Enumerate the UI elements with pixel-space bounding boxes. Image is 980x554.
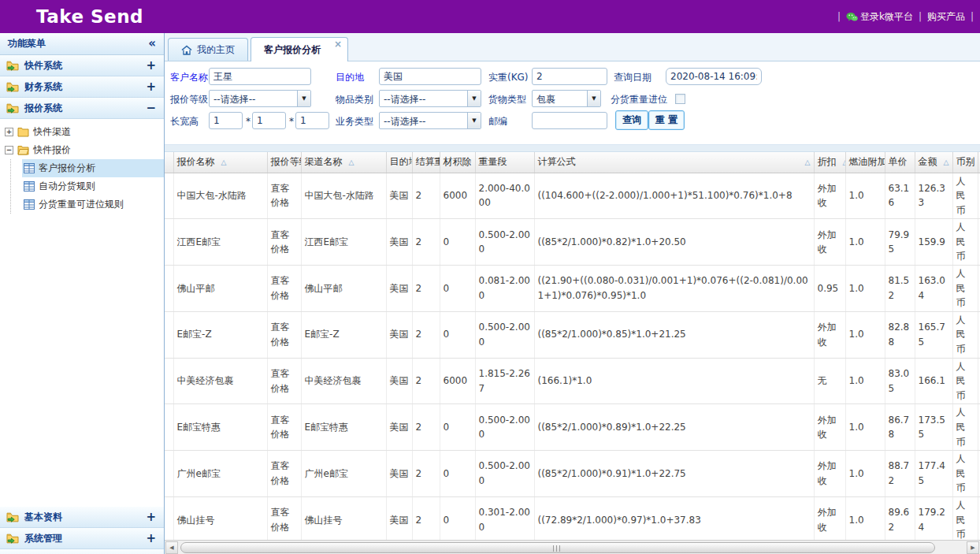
cell-row-selector: [165, 358, 173, 404]
sidebar-item-system-management[interactable]: 系统管理 +: [0, 528, 164, 549]
sidebar-item-label: 报价系统: [24, 102, 62, 115]
cell-channel-name[interactable]: 佛山挂号: [301, 496, 386, 540]
sidebar-item-express-system[interactable]: 快件系统 +: [0, 55, 164, 76]
item-category-label: 物品类别: [336, 91, 373, 108]
cell-discount: 无: [814, 358, 845, 404]
tree-leaf-customer-quote-analysis[interactable]: 客户报价分析: [22, 159, 164, 177]
brand-logo: Take Send: [36, 6, 143, 27]
horizontal-scrollbar[interactable]: ◀ ▶: [165, 540, 980, 554]
cell-channel-name[interactable]: 广州e邮宝: [301, 451, 386, 497]
sidebar-item-basic-data[interactable]: 基本资料 +: [0, 507, 164, 528]
expand-plus-icon[interactable]: +: [146, 81, 156, 93]
column-header-weight-range[interactable]: 重量段: [475, 152, 534, 173]
header-row: 报价名称△报价等级渠道名称△目的地结算重量材积除重量段计算公式△折扣△燃油附加单…: [165, 152, 980, 173]
wechat-icon: [846, 12, 858, 22]
sidebar-item-quote-system[interactable]: 报价系统 −: [0, 98, 164, 119]
column-header-quote-grade[interactable]: 报价等级: [267, 152, 301, 173]
actual-weight-input[interactable]: [532, 68, 607, 85]
length-input[interactable]: [209, 112, 243, 129]
expand-plus-icon[interactable]: +: [146, 511, 156, 523]
height-input[interactable]: [295, 112, 329, 129]
sort-triangle-icon[interactable]: △: [349, 158, 355, 166]
column-header-discount[interactable]: 折扣△: [814, 152, 845, 173]
dropdown-arrow-icon[interactable]: ▼: [467, 91, 481, 106]
column-header-destination[interactable]: 目的地: [386, 152, 412, 173]
weight-carry-checkbox[interactable]: [675, 94, 685, 104]
table-row[interactable]: 江西E邮宝直客价格江西E邮宝美国200.500-2.000((85*2/1.00…: [165, 219, 980, 266]
cell-formula: (166.1)*1.0: [534, 358, 814, 404]
item-category-select[interactable]: --请选择-- ▼: [379, 90, 481, 107]
table-row[interactable]: 中国大包-水陆路直客价格中国大包-水陆路美国260002.000-40.000(…: [165, 173, 980, 219]
dropdown-arrow-icon[interactable]: ▼: [587, 91, 600, 106]
quote-grade-select[interactable]: --请选择-- ▼: [209, 90, 311, 107]
table-row[interactable]: 广州e邮宝直客价格广州e邮宝美国200.500-2.000((85*2/1.00…: [165, 451, 980, 497]
scrollbar-thumb[interactable]: [180, 542, 935, 553]
column-header-formula[interactable]: 计算公式△: [534, 152, 814, 173]
dropdown-arrow-icon[interactable]: ▼: [467, 113, 481, 128]
buy-product-link[interactable]: 购买产品: [927, 10, 965, 24]
width-input[interactable]: [252, 112, 286, 129]
column-header-settle-weight[interactable]: 结算重量: [412, 152, 440, 173]
column-header-quote-name[interactable]: 报价名称△: [173, 152, 267, 173]
tree-leaf-weight-carry-rule[interactable]: 分货重量可进位规则: [22, 195, 164, 214]
scroll-left-arrow-icon[interactable]: ◀: [165, 541, 178, 554]
tree-leaf-auto-sorting-rule[interactable]: 自动分货规则: [22, 177, 164, 195]
column-header-amount[interactable]: 金额△: [915, 152, 952, 173]
postcode-input[interactable]: [532, 112, 607, 129]
destination-input[interactable]: [379, 68, 481, 85]
tree-node-express-quote[interactable]: − 快件报价: [5, 141, 164, 159]
sort-triangle-icon[interactable]: △: [843, 158, 846, 166]
login-kwei-link[interactable]: 登录k微平台: [846, 10, 913, 24]
sidebar-item-clipped[interactable]: [0, 549, 164, 554]
dropdown-arrow-icon[interactable]: ▼: [297, 91, 310, 106]
quote-grade-label: 报价等级: [170, 91, 208, 108]
main-content: 我的主页 客户报价分析 × 客户名称 目的地 实重(KG) 查询日期 报价等级 …: [165, 33, 980, 554]
cell-row-selector: [165, 496, 173, 540]
column-header-volume-divisor[interactable]: 材积除: [440, 152, 475, 173]
query-button[interactable]: 查询: [615, 110, 648, 130]
cell-destination: 美国: [386, 358, 412, 404]
cell-quote-name: 广州e邮宝: [173, 451, 267, 497]
sort-triangle-icon[interactable]: △: [221, 158, 227, 166]
cell-channel-name[interactable]: 佛山平邮: [301, 266, 386, 312]
collapse-sidebar-icon[interactable]: «: [148, 38, 156, 50]
cell-volume-divisor: 0: [440, 266, 475, 312]
cell-amount: 173.55: [915, 404, 952, 451]
tab-my-homepage[interactable]: 我的主页: [168, 38, 248, 61]
business-type-select[interactable]: --请选择-- ▼: [379, 112, 481, 129]
collapse-minus-icon[interactable]: −: [146, 102, 156, 114]
column-header-currency[interactable]: 币别: [952, 152, 978, 173]
goods-type-select[interactable]: 包裹 ▼: [532, 90, 601, 107]
expand-plus-icon[interactable]: +: [146, 533, 156, 545]
sort-triangle-icon[interactable]: △: [944, 158, 949, 166]
table-row[interactable]: 佛山平邮直客价格佛山平邮美国200.081-2.000((21.90+((0.0…: [165, 266, 980, 312]
table-row[interactable]: E邮宝特惠直客价格E邮宝特惠美国200.500-2.000((85*2/1.00…: [165, 404, 980, 451]
table-row[interactable]: 中美经济包裹直客价格中美经济包裹美国260001.815-2.267(166.1…: [165, 358, 980, 404]
cell-channel-name[interactable]: 中国大包-水陆路: [301, 173, 386, 219]
cell-channel-name[interactable]: E邮宝-Z: [301, 311, 386, 358]
query-date-input[interactable]: [666, 68, 762, 85]
cell-weight-range: 0.500-2.000: [475, 451, 534, 497]
close-tab-icon[interactable]: ×: [334, 39, 342, 49]
cell-channel-name[interactable]: 江西E邮宝: [301, 219, 386, 266]
cell-channel-name[interactable]: E邮宝特惠: [301, 404, 386, 451]
scroll-right-arrow-icon[interactable]: ▶: [967, 541, 979, 554]
sidebar-item-finance-system[interactable]: 财务系统 +: [0, 76, 164, 98]
column-header-channel-name[interactable]: 渠道名称△: [301, 152, 386, 173]
cell-amount: 126.33: [915, 173, 952, 219]
cell-channel-name[interactable]: 中美经济包裹: [301, 358, 386, 404]
sidebar-item-label: 快件系统: [24, 59, 62, 73]
tab-customer-quote-analysis[interactable]: 客户报价分析 ×: [251, 37, 348, 61]
sort-triangle-icon[interactable]: △: [805, 158, 811, 166]
tree-node-express-channel[interactable]: + 快件渠道: [5, 123, 164, 141]
column-header-unit-price[interactable]: 单价: [885, 152, 915, 173]
tree-collapse-icon[interactable]: −: [5, 146, 13, 154]
table-row[interactable]: 佛山挂号直客价格佛山挂号美国200.301-2.000((72.89*2/1.0…: [165, 496, 980, 540]
customer-name-input[interactable]: [209, 68, 311, 85]
expand-plus-icon[interactable]: +: [146, 60, 156, 72]
reset-button[interactable]: 重 置: [648, 110, 685, 130]
table-row[interactable]: E邮宝-Z直客价格E邮宝-Z美国200.500-2.000((85*2/1.00…: [165, 311, 980, 358]
cell-discount: 0.95: [814, 266, 845, 312]
tree-expand-icon[interactable]: +: [5, 128, 13, 136]
column-header-fuel-surcharge[interactable]: 燃油附加: [845, 152, 885, 173]
